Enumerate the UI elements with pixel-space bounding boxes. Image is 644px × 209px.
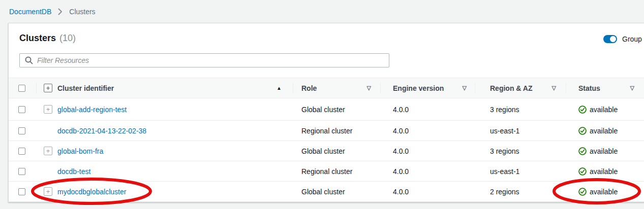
row-select-cell [9, 161, 36, 181]
table-row: + global-bom-fra Global cluster 4.0.0 3 … [9, 141, 644, 161]
clusters-panel: Clusters (10) Group Resources + Cluster … [8, 23, 644, 202]
table-row: + global-add-region-test Global cluster … [9, 98, 644, 121]
breadcrumb-documentdb-link[interactable]: DocumentDB [9, 7, 51, 16]
region-az-cell: 3 regions [475, 98, 566, 120]
header-cluster-identifier[interactable]: + Cluster identifier ▲ [36, 78, 293, 98]
row-checkbox[interactable] [18, 188, 25, 195]
cluster-identifier-cell: + global-bom-fra [36, 141, 293, 161]
status-badge: available [590, 106, 618, 114]
group-resources-label: Group Resources [622, 35, 644, 43]
sort-icon: ▽ [630, 85, 634, 91]
header-engine-version[interactable]: Engine version ▽ [380, 78, 475, 98]
status-available-check-icon [578, 188, 587, 196]
cluster-identifier-link[interactable]: mydocdbglobalcluster [57, 188, 126, 196]
status-available-check-icon [578, 167, 587, 176]
engine-version-cell: 4.0.0 [380, 98, 475, 120]
header-select-all[interactable] [9, 78, 36, 98]
row-checkbox[interactable] [18, 148, 25, 155]
cluster-identifier-link[interactable]: docdb-test [57, 167, 90, 176]
region-az-cell: 2 regions [475, 182, 566, 201]
engine-version-cell: 4.0.0 [380, 121, 475, 141]
status-available-check-icon [578, 127, 587, 135]
table-row: + docdb-test Regional cluster 4.0.0 us-e… [9, 161, 644, 182]
sort-ascending-icon: ▲ [277, 85, 282, 91]
header-status[interactable]: Status ▽ [566, 78, 644, 98]
row-checkbox[interactable] [18, 168, 25, 175]
row-select-cell [9, 182, 36, 201]
filter-resources [19, 53, 389, 67]
engine-version-cell: 4.0.0 [380, 161, 475, 181]
header-role-label: Role [301, 84, 317, 92]
cluster-identifier-link[interactable]: global-add-region-test [57, 106, 127, 114]
status-badge: available [590, 167, 618, 176]
expand-row-icon[interactable]: + [44, 187, 52, 196]
status-cell: available [566, 182, 644, 201]
status-badge: available [590, 127, 618, 135]
header-region-az-label: Region & AZ [490, 84, 532, 92]
cluster-identifier-link[interactable]: docdb-2021-04-13-22-02-38 [57, 127, 146, 135]
role-cell: Global cluster [293, 182, 380, 201]
status-cell: available [566, 141, 644, 161]
select-all-checkbox[interactable] [18, 85, 25, 92]
cluster-identifier-link[interactable]: global-bom-fra [57, 147, 103, 155]
header-region-az[interactable]: Region & AZ ▽ [475, 78, 566, 98]
table-header-row: + Cluster identifier ▲ Role ▽ Engine ver… [9, 78, 644, 98]
row-checkbox[interactable] [18, 106, 25, 113]
filter-resources-input[interactable] [19, 53, 389, 67]
row-select-cell [9, 141, 36, 161]
region-az-cell: 3 regions [475, 141, 566, 161]
table-row: + docdb-2021-04-13-22-02-38 Regional clu… [9, 121, 644, 141]
status-badge: available [590, 147, 618, 155]
header-cluster-identifier-label: Cluster identifier [57, 84, 114, 92]
row-checkbox[interactable] [18, 127, 25, 134]
status-cell: available [566, 98, 644, 120]
role-cell: Global cluster [293, 98, 380, 120]
status-cell: available [566, 121, 644, 141]
role-cell: Global cluster [293, 141, 380, 161]
row-select-cell [9, 121, 36, 141]
breadcrumb-chevron-icon [58, 8, 63, 15]
row-select-cell [9, 98, 36, 120]
breadcrumb-current-clusters: Clusters [69, 7, 95, 16]
engine-version-cell: 4.0.0 [380, 182, 475, 201]
table-body: + global-add-region-test Global cluster … [9, 98, 644, 202]
documentdb-clusters-page: { "breadcrumb": { "items": [ { "label": … [0, 0, 644, 209]
status-badge: available [590, 188, 618, 196]
table-row: + mydocdbglobalcluster Global cluster 4.… [9, 182, 644, 202]
page-title: Clusters [19, 33, 56, 44]
cluster-identifier-cell: + mydocdbglobalcluster [36, 182, 293, 201]
breadcrumb: DocumentDB Clusters [9, 7, 96, 16]
engine-version-cell: 4.0.0 [380, 141, 475, 161]
panel-header: Clusters (10) [19, 33, 76, 44]
role-cell: Regional cluster [293, 161, 380, 181]
header-status-label: Status [578, 84, 600, 92]
group-resources-toggle[interactable] [603, 35, 617, 43]
expand-row-icon[interactable]: + [44, 105, 52, 114]
cluster-identifier-cell: + docdb-test [36, 161, 293, 181]
sort-icon: ▽ [367, 85, 371, 91]
toggle-knob [610, 36, 616, 42]
sort-icon: ▽ [463, 85, 467, 91]
status-cell: available [566, 161, 644, 181]
expand-all-icon[interactable]: + [44, 84, 52, 92]
region-az-cell: us-east-1 [475, 121, 566, 141]
role-cell: Regional cluster [293, 121, 380, 141]
expand-row-icon[interactable]: + [44, 147, 52, 155]
sort-icon: ▽ [552, 85, 556, 91]
group-resources-control: Group Resources [603, 35, 644, 43]
cluster-identifier-cell: + global-add-region-test [36, 98, 293, 120]
status-available-check-icon [578, 106, 587, 114]
cluster-count-badge: (10) [59, 33, 76, 44]
header-role[interactable]: Role ▽ [293, 78, 380, 98]
status-available-check-icon [578, 147, 587, 155]
header-engine-version-label: Engine version [393, 84, 444, 92]
region-az-cell: us-east-1 [475, 161, 566, 181]
cluster-identifier-cell: + docdb-2021-04-13-22-02-38 [36, 121, 293, 141]
